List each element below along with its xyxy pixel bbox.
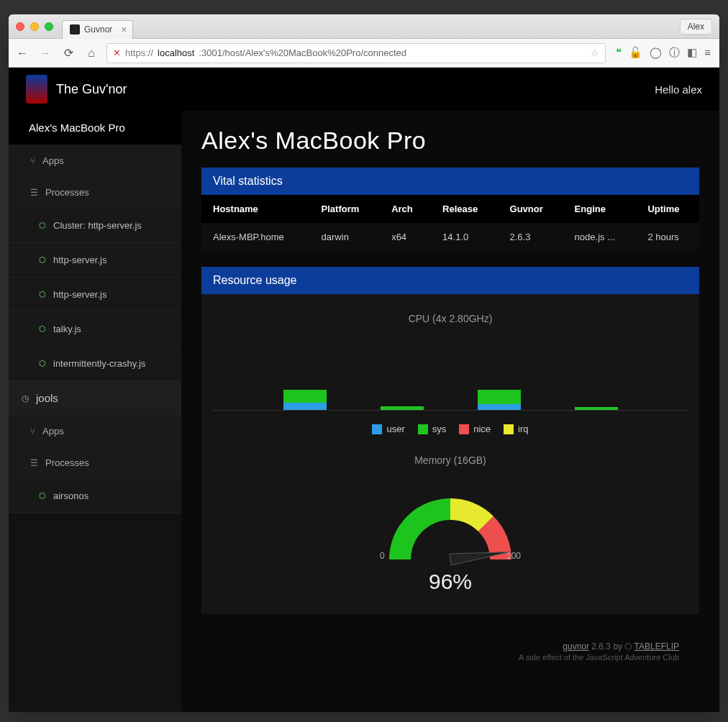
apps-icon: ⑂ [30, 426, 35, 437]
tab-title: Guvnor [84, 24, 112, 35]
minimize-window-icon[interactable] [30, 22, 39, 31]
maximize-window-icon[interactable] [45, 22, 53, 31]
cpu-core-bar [575, 407, 618, 410]
swatch-icon [459, 424, 469, 434]
sidebar-process-item[interactable]: ⬡airsonos [9, 479, 181, 513]
ubuntu-icon: ◷ [22, 393, 29, 403]
footer-app-link[interactable]: guvnor [563, 641, 589, 652]
cpu-core-bar [478, 390, 521, 410]
col-header: Engine [563, 195, 637, 223]
greeting[interactable]: Hello alex [655, 83, 702, 96]
forward-button[interactable]: → [37, 45, 53, 61]
apps-icon: ⑂ [30, 156, 35, 166]
ext-icon[interactable]: ❝ [616, 46, 622, 60]
url-bar[interactable]: ✕ https:// localhost :3001/host/Alex's%2… [106, 43, 606, 63]
panel-heading: Vital statistics [201, 168, 699, 195]
legend-irq: irq [504, 424, 528, 434]
resource-panel: Resource usage CPU (4x 2.80GHz) user sys… [201, 267, 699, 614]
hex-icon: ⬡ [39, 221, 46, 230]
host-name: jools [36, 392, 58, 404]
vital-panel: Vital statistics HostnamePlatformArchRel… [201, 168, 699, 251]
bar-segment [478, 390, 521, 404]
processes-icon: ☰ [30, 188, 38, 198]
sidebar-apps[interactable]: ⑂ Apps [9, 145, 181, 177]
ext-icon[interactable]: ◧ [687, 46, 697, 60]
label: Apps [42, 426, 64, 437]
close-tab-icon[interactable]: × [121, 24, 127, 35]
col-header: Release [431, 195, 498, 223]
close-window-icon[interactable] [16, 22, 24, 31]
memory-gauge: 0 100 [371, 473, 529, 567]
sidebar-processes-2[interactable]: ☰ Processes [9, 447, 181, 479]
sidebar: Alex's MacBook Pro ⑂ Apps ☰ Processes ⬡C… [9, 111, 181, 712]
url-host: localhost [158, 47, 194, 58]
window-controls[interactable] [16, 22, 53, 31]
gauge-max: 100 [506, 551, 521, 561]
panel-heading: Resource usage [201, 267, 699, 294]
sidebar-process-item[interactable]: ⬡talky.js [9, 312, 181, 347]
menu-icon[interactable]: ≡ [704, 46, 711, 60]
sidebar-processes[interactable]: ☰ Processes [9, 177, 181, 209]
profile-badge[interactable]: Alex [680, 19, 712, 35]
main-content: Alex's MacBook Pro Vital statistics Host… [181, 111, 719, 712]
bookmark-icon[interactable]: ☆ [591, 47, 599, 58]
back-button[interactable]: ← [14, 45, 30, 61]
ext-icon[interactable]: ⓘ [669, 46, 680, 60]
col-header: Hostname [201, 195, 310, 223]
label: Apps [42, 155, 64, 166]
extension-icons: ❝ 🔓 ◯ ⓘ ◧ ≡ [613, 46, 714, 60]
sidebar-process-item[interactable]: ⬡http-server.js [9, 278, 181, 312]
process-name: airsonos [53, 490, 88, 501]
cpu-core-bar [283, 390, 327, 410]
browser-tab[interactable]: Guvnor × [62, 20, 133, 39]
table-header-row: HostnamePlatformArchReleaseGuvnorEngineU… [201, 195, 699, 223]
cell: darwin [310, 223, 381, 251]
ext-icon[interactable]: 🔓 [629, 46, 642, 60]
process-name: intermittently-crashy.js [53, 358, 145, 369]
process-name: Cluster: http-server.js [53, 220, 142, 231]
sidebar-process-item[interactable]: ⬡http-server.js [9, 243, 181, 278]
sidebar-host-jools[interactable]: ◷ jools [9, 381, 181, 416]
process-name: http-server.js [53, 255, 106, 265]
swatch-icon [418, 424, 428, 434]
brand-title: The Guv'nor [56, 82, 127, 97]
col-header: Platform [310, 195, 381, 223]
cpu-legend: user sys nice irq [213, 424, 688, 434]
cell: 14.1.0 [431, 223, 498, 251]
hex-icon: ⬡ [39, 359, 46, 368]
favicon-icon [70, 24, 80, 35]
browser-window: Guvnor × Alex ← → ⟳ ⌂ ✕ https:// localho… [9, 14, 719, 712]
bar-segment [575, 407, 618, 410]
footer-author-link[interactable]: TABLEFLIP [634, 641, 679, 652]
bar-segment [381, 406, 424, 410]
page-title: Alex's MacBook Pro [201, 127, 699, 155]
browser-toolbar: ← → ⟳ ⌂ ✕ https:// localhost :3001/host/… [9, 39, 719, 68]
ext-icon[interactable]: ◯ [650, 46, 662, 60]
sidebar-process-item[interactable]: ⬡intermittently-crashy.js [9, 347, 181, 381]
legend-nice: nice [459, 424, 491, 434]
col-header: Guvnor [499, 195, 563, 223]
sidebar-host-alex[interactable]: Alex's MacBook Pro [9, 111, 181, 145]
processes-icon: ☰ [30, 458, 38, 468]
legend-sys: sys [418, 424, 447, 434]
sidebar-apps-2[interactable]: ⑂ Apps [9, 416, 181, 447]
reload-button[interactable]: ⟳ [60, 45, 76, 61]
cell: node.js ... [563, 223, 637, 251]
insecure-icon: ✕ [113, 47, 121, 58]
footer-tagline: A side effect of the JavaScript Adventur… [222, 653, 679, 662]
gauge-min: 0 [380, 551, 385, 561]
home-button[interactable]: ⌂ [83, 45, 99, 61]
footer-version: 2.6.3 [591, 641, 611, 652]
sidebar-process-item[interactable]: ⬡Cluster: http-server.js [9, 209, 181, 243]
hex-icon: ⬡ [39, 255, 46, 265]
cube-icon: ⬡ [624, 641, 632, 652]
brand[interactable]: The Guv'nor [26, 75, 127, 104]
legend-user: user [372, 424, 404, 434]
process-list-2: ⬡airsonos [9, 479, 181, 513]
url-protocol: https:// [125, 47, 153, 58]
gauge-value: 96% [213, 570, 688, 594]
vital-table: HostnamePlatformArchReleaseGuvnorEngineU… [201, 195, 699, 251]
bar-segment [478, 404, 521, 410]
swatch-icon [504, 424, 514, 434]
host-name: Alex's MacBook Pro [29, 122, 125, 134]
